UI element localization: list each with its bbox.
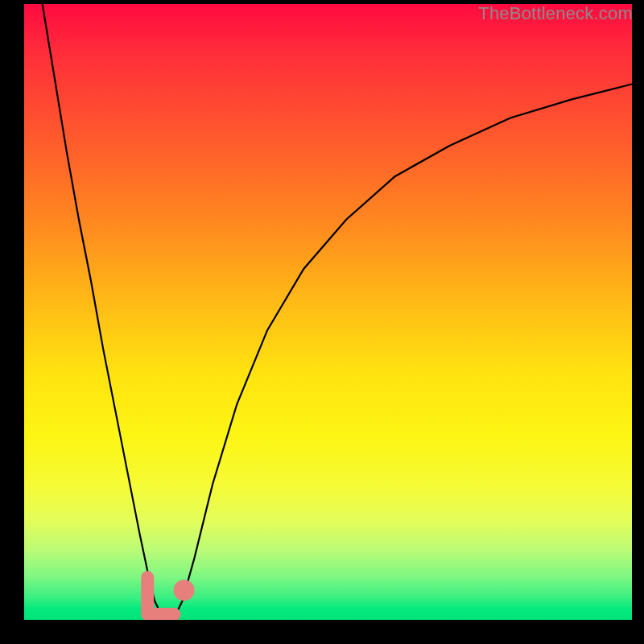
curve-layer [24, 4, 632, 620]
outer-frame: TheBottleneck.com [0, 0, 644, 644]
plot-area [24, 4, 632, 620]
left-branch-curve [43, 4, 161, 613]
pink-L-marker [147, 577, 174, 614]
right-branch-curve [176, 84, 632, 613]
watermark-text: TheBottleneck.com [478, 3, 633, 24]
pink-dot-marker [174, 580, 195, 601]
